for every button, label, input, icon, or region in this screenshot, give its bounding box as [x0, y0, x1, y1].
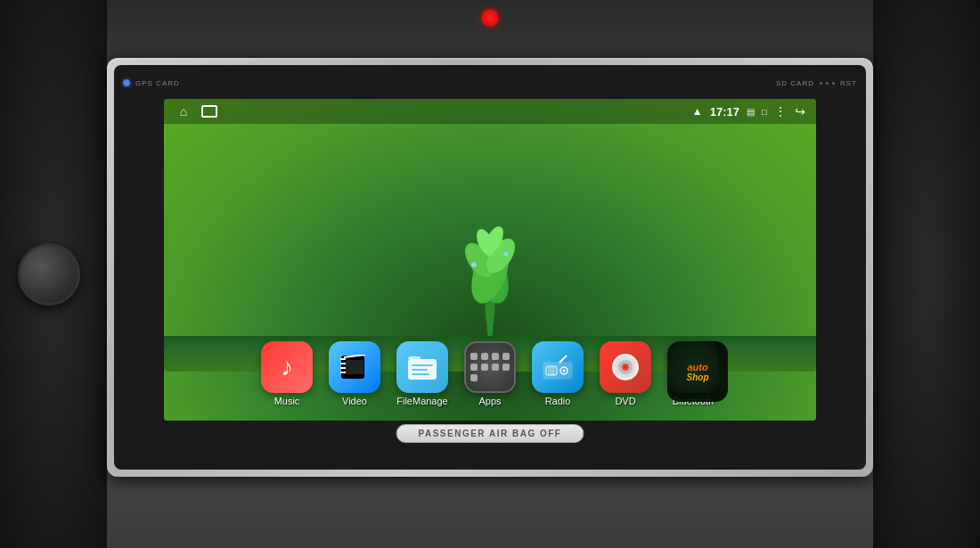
svg-rect-17: [412, 369, 428, 371]
status-bar: ⌂ ▲ 17:17 ▤ □ ⋮ ↩: [164, 99, 816, 124]
status-left: ⌂: [175, 102, 217, 120]
status-center: ▲ 17:17 ▤ □ ⋮ ↩: [692, 104, 805, 119]
back-button[interactable]: ↩: [795, 104, 805, 119]
battery-indicator: [820, 82, 835, 85]
app-apps[interactable]: Apps: [464, 341, 516, 406]
svg-rect-14: [346, 360, 363, 374]
battery-icon: ▤: [747, 107, 755, 117]
app-apps-label: Apps: [478, 396, 501, 406]
grid-dots: [463, 346, 517, 389]
volume-knob[interactable]: [18, 243, 80, 306]
svg-point-31: [624, 365, 627, 369]
sd-label: SD CARD: [776, 79, 814, 87]
svg-point-26: [563, 370, 566, 372]
time-display: 17:17: [710, 105, 739, 119]
app-radio-label: Radio: [545, 396, 571, 406]
app-files-label: FileManage: [396, 396, 447, 406]
bezel-outer: GPS CARD SD CARD RST ⏻: [107, 58, 873, 477]
app-dvd-label: DVD: [615, 396, 635, 406]
top-controls: GPS CARD SD CARD RST: [123, 74, 857, 92]
top-indicator-light: [481, 9, 499, 27]
app-dvd[interactable]: DVD: [600, 341, 651, 406]
app-apps-icon: [464, 341, 516, 393]
app-bluetooth-icon: auto Shop: [667, 341, 719, 393]
rst-label: RST: [840, 79, 857, 87]
app-files-icon: [396, 341, 448, 393]
side-panel-right: [873, 0, 980, 548]
app-video-label: Video: [342, 396, 367, 406]
car-interior: GPS CARD SD CARD RST ⏻: [0, 0, 980, 548]
wifi-icon: ▲: [692, 105, 703, 118]
app-video-icon: [329, 341, 380, 393]
bezel-inner: GPS CARD SD CARD RST ⏻: [114, 65, 866, 470]
svg-line-19: [559, 356, 567, 363]
app-music-label: Music: [274, 396, 300, 406]
app-radio-icon: [532, 341, 584, 393]
signal-icon: □: [762, 107, 767, 117]
gps-label: GPS CARD: [135, 79, 180, 87]
svg-point-7: [504, 252, 509, 257]
logo-shop-text: Shop: [687, 372, 709, 382]
screen-button[interactable]: [201, 105, 217, 118]
apps-grid: ♪ Music: [164, 334, 816, 413]
gps-indicator: [123, 79, 130, 86]
app-dvd-icon: [600, 341, 651, 393]
svg-point-6: [471, 262, 477, 267]
app-radio[interactable]: Radio: [532, 341, 584, 406]
airbag-text: PASSENGER AIR BAG OFF: [396, 424, 584, 443]
home-button[interactable]: ⌂: [175, 102, 192, 120]
logo-auto-text: auto: [687, 362, 709, 372]
svg-rect-16: [412, 364, 433, 366]
app-music-icon: ♪: [261, 341, 313, 393]
main-screen: ⌂ ▲ 17:17 ▤ □ ⋮ ↩: [164, 99, 816, 421]
app-bluetooth[interactable]: auto Shop Bluetooth: [667, 341, 719, 406]
app-music[interactable]: ♪ Music: [261, 341, 313, 406]
app-files[interactable]: FileManage: [396, 341, 448, 406]
app-video[interactable]: Video: [329, 341, 380, 406]
svg-rect-18: [412, 373, 429, 375]
more-icon[interactable]: ⋮: [774, 104, 788, 119]
autoshop-logo: auto Shop: [667, 341, 728, 402]
